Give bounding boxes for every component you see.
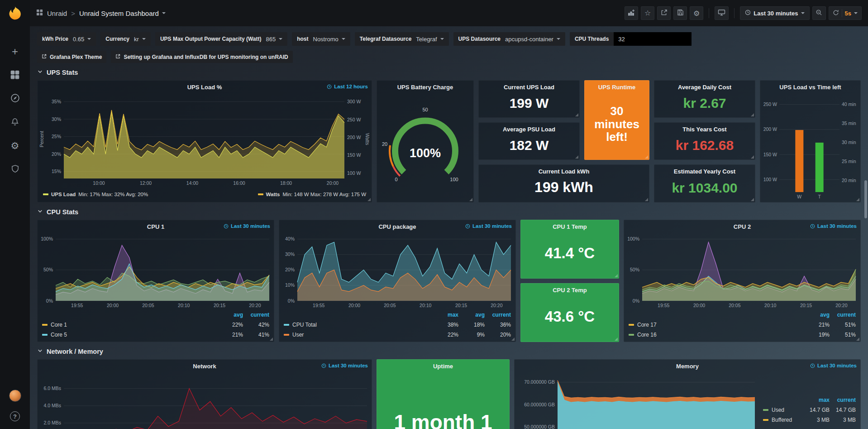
svg-text:6.0 MBs: 6.0 MBs	[43, 386, 61, 391]
legend-series[interactable]: Used14.7 GB14.7 GB	[763, 405, 856, 415]
network-chart[interactable]: 6.0 MBs4.0 MBs2.0 MBs	[38, 372, 372, 429]
svg-text:25 min: 25 min	[842, 159, 856, 164]
row-header-ups-stats[interactable]: UPS Stats	[37, 65, 861, 80]
save-dashboard-button[interactable]	[673, 6, 687, 20]
sidebar: +	[0, 0, 30, 429]
link-ups-monitoring-guide[interactable]: Setting up Grafana and InfluxDB for UPS …	[111, 51, 292, 63]
panel-resize-handle[interactable]	[511, 337, 515, 341]
panel-resize-handle[interactable]	[645, 198, 648, 201]
sidebar-item-server-admin[interactable]	[9, 163, 21, 176]
panel-resize-handle[interactable]	[615, 274, 618, 277]
panel-ups-runtime: UPS Runtime 30 minutes left!	[584, 80, 649, 160]
sidebar-item-configuration[interactable]: ⚙	[9, 140, 21, 152]
svg-text:100%: 100%	[627, 236, 639, 241]
panel-title[interactable]: UPS Load %	[187, 84, 222, 91]
panel-resize-handle[interactable]	[856, 198, 859, 201]
cpu2-chart[interactable]: 0%50%100%19:5520:0020:0520:1020:1520:20	[624, 233, 860, 309]
zoom-out-button[interactable]	[812, 6, 826, 20]
ups-load-chart[interactable]: Percent Watts 15%20%25%30%35%100 W150 W2…	[38, 93, 372, 187]
refresh-interval-dropdown[interactable]: 5s	[845, 10, 851, 17]
panel-title[interactable]: Network	[193, 363, 216, 370]
panel-resize-handle[interactable]	[469, 198, 472, 201]
svg-text:0%: 0%	[633, 298, 639, 304]
svg-text:20:05: 20:05	[142, 303, 154, 308]
panel-cpu2: CPU 2 Last 30 minutes 0%50%100%19:5520:0…	[624, 220, 861, 342]
ups-load-time-bars[interactable]: 250 W200 W150 W100 W40 min35 min30 min25…	[760, 93, 860, 200]
network-memory-panels: Network Last 30 minutes 6.0 MBs4.0 MBs2.…	[37, 359, 861, 429]
chevron-down-icon	[37, 208, 43, 216]
add-panel-button[interactable]	[625, 6, 638, 20]
panel-resize-handle[interactable]	[615, 337, 618, 341]
legend-series[interactable]: Core 521%41%	[42, 330, 269, 340]
clock-icon	[745, 10, 751, 17]
cpu-package-chart[interactable]: 0%10%20%30%40%19:5520:0020:0520:1020:152…	[279, 233, 515, 309]
panel-resize-handle[interactable]	[575, 155, 578, 159]
row-header-network-memory[interactable]: Network / Memory	[37, 344, 861, 359]
stat-value: 43.6 °C	[545, 308, 595, 325]
external-link-icon	[42, 54, 47, 60]
panel-resize-handle[interactable]	[645, 155, 648, 159]
sidebar-item-explore[interactable]	[9, 92, 21, 105]
panel-resize-handle[interactable]	[856, 337, 859, 341]
sidebar-item-alerting[interactable]	[9, 116, 21, 129]
cpu-threads-input[interactable]	[614, 32, 692, 46]
apps-grid-icon[interactable]	[36, 9, 43, 17]
user-avatar[interactable]	[9, 390, 21, 402]
panel-title[interactable]: Memory	[676, 363, 699, 370]
gear-icon: ⚙	[693, 9, 700, 18]
panel-resize-handle[interactable]	[270, 337, 273, 341]
memory-chart[interactable]: 70.000000 GB60.000000 GB50.000000 GB	[515, 372, 758, 429]
grafana-logo-icon[interactable]	[7, 5, 23, 22]
cpu1-chart[interactable]: 0%50%100%19:5520:0020:0520:1020:1520:20	[38, 233, 274, 309]
panel-resize-handle[interactable]	[367, 198, 371, 201]
page-scrollbar[interactable]	[864, 180, 867, 218]
panel-title[interactable]: UPS Battery Charge	[397, 84, 453, 91]
panel-resize-handle[interactable]	[751, 198, 754, 201]
breadcrumb-root[interactable]: Unraid	[47, 10, 67, 17]
svg-text:20%: 20%	[285, 267, 295, 272]
panel-resize-handle[interactable]	[575, 113, 578, 116]
panel-title[interactable]: CPU package	[378, 223, 416, 230]
legend-series[interactable]: Core 1721%51%	[629, 320, 856, 330]
legend-series[interactable]: User22%9%20%	[284, 330, 511, 340]
svg-text:T: T	[818, 194, 821, 199]
battery-gauge[interactable]: 02050100100%	[377, 93, 473, 199]
legend-series[interactable]: Core 1619%51%	[629, 330, 856, 340]
var-ups-datasource[interactable]: UPS Datasource apcupsd-container	[453, 32, 565, 46]
svg-text:300 W: 300 W	[347, 99, 361, 104]
bell-icon	[10, 117, 19, 128]
legend-series[interactable]: CPU Total38%18%36%	[284, 320, 511, 330]
link-grafana-plex-theme[interactable]: Grafana Plex Theme	[37, 51, 106, 63]
legend-series[interactable]: Core 122%42%	[42, 320, 269, 330]
panel-title[interactable]: CPU 1	[147, 223, 164, 230]
var-kwh-price[interactable]: kWh Price 0.65	[37, 32, 96, 46]
cycle-view-button[interactable]	[715, 6, 729, 20]
share-dashboard-button[interactable]	[657, 6, 671, 20]
chevron-down-icon	[37, 347, 43, 356]
sidebar-item-create[interactable]: +	[9, 45, 21, 58]
cpu-stats-panels: CPU 1 Last 30 minutes 0%50%100%19:5520:0…	[37, 220, 861, 342]
legend-item[interactable]: UPS LoadMin: 17% Max: 32% Avg: 20%	[43, 192, 148, 197]
time-range-picker[interactable]: Last 30 minutes	[740, 6, 809, 20]
sidebar-item-dashboards[interactable]	[9, 69, 21, 82]
refresh-button[interactable]: 5s	[829, 6, 862, 20]
sidebar-item-help[interactable]: ?	[9, 410, 21, 423]
svg-text:20 min: 20 min	[842, 178, 856, 183]
panel-title[interactable]: UPS Load vs Time left	[779, 84, 841, 91]
star-dashboard-button[interactable]: ☆	[641, 6, 654, 20]
chart-legend: avgcurrentCore 122%42%Core 521%41%	[38, 309, 274, 340]
var-host[interactable]: host Nostromo	[292, 32, 350, 46]
legend-series[interactable]: Buffered3 MB3 MB	[763, 415, 856, 425]
var-currency[interactable]: Currency kr	[100, 32, 151, 46]
legend-item[interactable]: WattsMin: 148 W Max: 278 W Avg: 175 W	[258, 192, 366, 197]
panel-resize-handle[interactable]	[751, 113, 754, 116]
row-header-cpu-stats[interactable]: CPU Stats	[37, 204, 861, 220]
var-ups-max-output[interactable]: UPS Max Output Power Capacity (Watt) 865	[155, 32, 287, 46]
var-telegraf-datasource[interactable]: Telegraf Datasource Telegraf	[355, 32, 449, 46]
dashboard-title-dropdown[interactable]: Unraid System Dashboard	[79, 10, 166, 17]
legend-header: maxavgcurrent	[284, 310, 511, 320]
panel-title[interactable]: CPU 2	[734, 223, 751, 230]
stat-value: 1 month 1	[394, 411, 492, 429]
panel-resize-handle[interactable]	[751, 155, 754, 159]
dashboard-settings-button[interactable]: ⚙	[690, 6, 703, 20]
